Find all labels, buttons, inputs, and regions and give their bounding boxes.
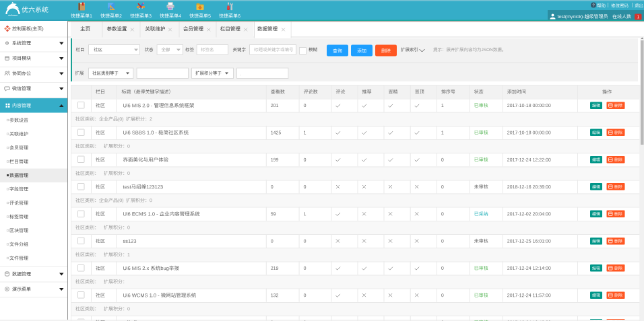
svg-text:ui-choose: ui-choose: [8, 14, 18, 17]
